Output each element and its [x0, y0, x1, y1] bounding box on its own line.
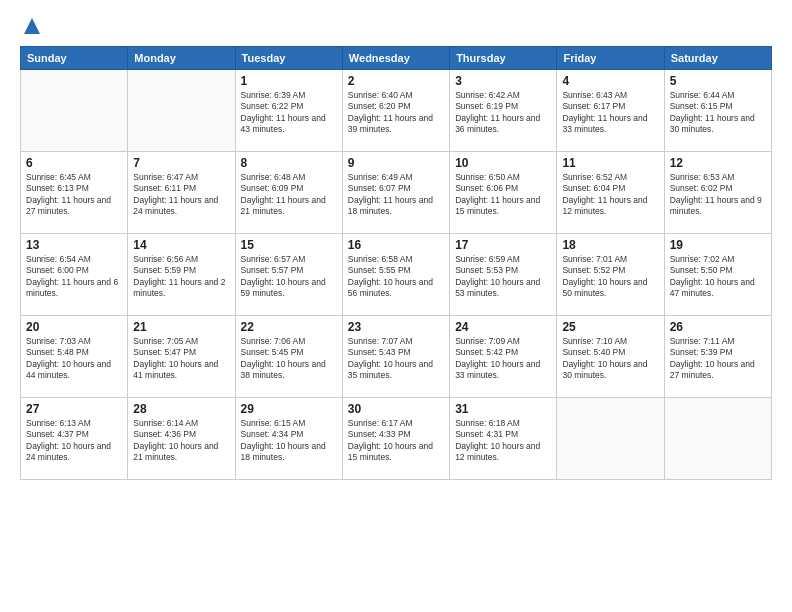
day-number: 16	[348, 238, 444, 252]
day-number: 23	[348, 320, 444, 334]
calendar-cell: 11Sunrise: 6:52 AMSunset: 6:04 PMDayligh…	[557, 152, 664, 234]
day-number: 22	[241, 320, 337, 334]
day-info: Sunrise: 7:03 AMSunset: 5:48 PMDaylight:…	[26, 336, 122, 382]
day-number: 7	[133, 156, 229, 170]
day-info: Sunrise: 6:58 AMSunset: 5:55 PMDaylight:…	[348, 254, 444, 300]
calendar-cell: 31Sunrise: 6:18 AMSunset: 4:31 PMDayligh…	[450, 398, 557, 480]
day-info: Sunrise: 6:13 AMSunset: 4:37 PMDaylight:…	[26, 418, 122, 464]
day-info: Sunrise: 7:02 AMSunset: 5:50 PMDaylight:…	[670, 254, 766, 300]
calendar-cell	[21, 70, 128, 152]
calendar-cell: 9Sunrise: 6:49 AMSunset: 6:07 PMDaylight…	[342, 152, 449, 234]
day-info: Sunrise: 7:10 AMSunset: 5:40 PMDaylight:…	[562, 336, 658, 382]
calendar-cell: 5Sunrise: 6:44 AMSunset: 6:15 PMDaylight…	[664, 70, 771, 152]
day-number: 3	[455, 74, 551, 88]
header	[20, 16, 772, 36]
day-number: 9	[348, 156, 444, 170]
day-info: Sunrise: 7:11 AMSunset: 5:39 PMDaylight:…	[670, 336, 766, 382]
calendar-body: 1Sunrise: 6:39 AMSunset: 6:22 PMDaylight…	[21, 70, 772, 480]
day-of-week-wednesday: Wednesday	[342, 47, 449, 70]
day-info: Sunrise: 7:05 AMSunset: 5:47 PMDaylight:…	[133, 336, 229, 382]
day-info: Sunrise: 6:42 AMSunset: 6:19 PMDaylight:…	[455, 90, 551, 136]
day-number: 10	[455, 156, 551, 170]
calendar-cell: 25Sunrise: 7:10 AMSunset: 5:40 PMDayligh…	[557, 316, 664, 398]
calendar-cell: 3Sunrise: 6:42 AMSunset: 6:19 PMDaylight…	[450, 70, 557, 152]
calendar-week-4: 20Sunrise: 7:03 AMSunset: 5:48 PMDayligh…	[21, 316, 772, 398]
calendar-cell: 4Sunrise: 6:43 AMSunset: 6:17 PMDaylight…	[557, 70, 664, 152]
day-info: Sunrise: 6:49 AMSunset: 6:07 PMDaylight:…	[348, 172, 444, 218]
calendar-cell: 12Sunrise: 6:53 AMSunset: 6:02 PMDayligh…	[664, 152, 771, 234]
day-info: Sunrise: 6:53 AMSunset: 6:02 PMDaylight:…	[670, 172, 766, 218]
calendar-cell: 21Sunrise: 7:05 AMSunset: 5:47 PMDayligh…	[128, 316, 235, 398]
page: SundayMondayTuesdayWednesdayThursdayFrid…	[0, 0, 792, 612]
calendar-cell: 28Sunrise: 6:14 AMSunset: 4:36 PMDayligh…	[128, 398, 235, 480]
calendar-cell: 2Sunrise: 6:40 AMSunset: 6:20 PMDaylight…	[342, 70, 449, 152]
calendar-cell: 13Sunrise: 6:54 AMSunset: 6:00 PMDayligh…	[21, 234, 128, 316]
day-number: 13	[26, 238, 122, 252]
calendar-cell: 19Sunrise: 7:02 AMSunset: 5:50 PMDayligh…	[664, 234, 771, 316]
calendar-week-5: 27Sunrise: 6:13 AMSunset: 4:37 PMDayligh…	[21, 398, 772, 480]
day-info: Sunrise: 6:40 AMSunset: 6:20 PMDaylight:…	[348, 90, 444, 136]
day-number: 8	[241, 156, 337, 170]
calendar-cell: 16Sunrise: 6:58 AMSunset: 5:55 PMDayligh…	[342, 234, 449, 316]
day-info: Sunrise: 6:48 AMSunset: 6:09 PMDaylight:…	[241, 172, 337, 218]
day-number: 27	[26, 402, 122, 416]
calendar-cell: 8Sunrise: 6:48 AMSunset: 6:09 PMDaylight…	[235, 152, 342, 234]
calendar-header: SundayMondayTuesdayWednesdayThursdayFrid…	[21, 47, 772, 70]
day-number: 25	[562, 320, 658, 334]
calendar-cell: 18Sunrise: 7:01 AMSunset: 5:52 PMDayligh…	[557, 234, 664, 316]
day-number: 4	[562, 74, 658, 88]
header-row: SundayMondayTuesdayWednesdayThursdayFrid…	[21, 47, 772, 70]
logo	[20, 16, 42, 36]
calendar-cell: 17Sunrise: 6:59 AMSunset: 5:53 PMDayligh…	[450, 234, 557, 316]
day-number: 2	[348, 74, 444, 88]
calendar-cell: 14Sunrise: 6:56 AMSunset: 5:59 PMDayligh…	[128, 234, 235, 316]
day-number: 18	[562, 238, 658, 252]
day-info: Sunrise: 6:45 AMSunset: 6:13 PMDaylight:…	[26, 172, 122, 218]
calendar-cell: 29Sunrise: 6:15 AMSunset: 4:34 PMDayligh…	[235, 398, 342, 480]
day-number: 15	[241, 238, 337, 252]
day-of-week-tuesday: Tuesday	[235, 47, 342, 70]
calendar-cell: 20Sunrise: 7:03 AMSunset: 5:48 PMDayligh…	[21, 316, 128, 398]
calendar-cell: 10Sunrise: 6:50 AMSunset: 6:06 PMDayligh…	[450, 152, 557, 234]
day-of-week-monday: Monday	[128, 47, 235, 70]
day-number: 21	[133, 320, 229, 334]
day-number: 1	[241, 74, 337, 88]
calendar-week-1: 1Sunrise: 6:39 AMSunset: 6:22 PMDaylight…	[21, 70, 772, 152]
day-info: Sunrise: 6:14 AMSunset: 4:36 PMDaylight:…	[133, 418, 229, 464]
day-info: Sunrise: 6:17 AMSunset: 4:33 PMDaylight:…	[348, 418, 444, 464]
calendar-cell: 27Sunrise: 6:13 AMSunset: 4:37 PMDayligh…	[21, 398, 128, 480]
day-info: Sunrise: 6:44 AMSunset: 6:15 PMDaylight:…	[670, 90, 766, 136]
calendar-cell: 30Sunrise: 6:17 AMSunset: 4:33 PMDayligh…	[342, 398, 449, 480]
day-number: 26	[670, 320, 766, 334]
day-info: Sunrise: 6:15 AMSunset: 4:34 PMDaylight:…	[241, 418, 337, 464]
day-number: 24	[455, 320, 551, 334]
day-of-week-saturday: Saturday	[664, 47, 771, 70]
day-number: 31	[455, 402, 551, 416]
day-info: Sunrise: 7:01 AMSunset: 5:52 PMDaylight:…	[562, 254, 658, 300]
day-number: 12	[670, 156, 766, 170]
day-info: Sunrise: 6:43 AMSunset: 6:17 PMDaylight:…	[562, 90, 658, 136]
day-of-week-friday: Friday	[557, 47, 664, 70]
calendar-cell: 7Sunrise: 6:47 AMSunset: 6:11 PMDaylight…	[128, 152, 235, 234]
day-info: Sunrise: 6:50 AMSunset: 6:06 PMDaylight:…	[455, 172, 551, 218]
day-info: Sunrise: 6:47 AMSunset: 6:11 PMDaylight:…	[133, 172, 229, 218]
calendar-cell: 22Sunrise: 7:06 AMSunset: 5:45 PMDayligh…	[235, 316, 342, 398]
day-info: Sunrise: 7:06 AMSunset: 5:45 PMDaylight:…	[241, 336, 337, 382]
calendar-cell	[664, 398, 771, 480]
day-of-week-thursday: Thursday	[450, 47, 557, 70]
day-info: Sunrise: 7:09 AMSunset: 5:42 PMDaylight:…	[455, 336, 551, 382]
calendar-cell: 15Sunrise: 6:57 AMSunset: 5:57 PMDayligh…	[235, 234, 342, 316]
day-number: 29	[241, 402, 337, 416]
day-number: 6	[26, 156, 122, 170]
day-info: Sunrise: 6:57 AMSunset: 5:57 PMDaylight:…	[241, 254, 337, 300]
day-number: 30	[348, 402, 444, 416]
calendar-cell: 24Sunrise: 7:09 AMSunset: 5:42 PMDayligh…	[450, 316, 557, 398]
calendar-cell: 23Sunrise: 7:07 AMSunset: 5:43 PMDayligh…	[342, 316, 449, 398]
calendar-cell	[128, 70, 235, 152]
calendar-cell: 1Sunrise: 6:39 AMSunset: 6:22 PMDaylight…	[235, 70, 342, 152]
day-info: Sunrise: 6:54 AMSunset: 6:00 PMDaylight:…	[26, 254, 122, 300]
day-number: 19	[670, 238, 766, 252]
calendar-cell	[557, 398, 664, 480]
day-info: Sunrise: 7:07 AMSunset: 5:43 PMDaylight:…	[348, 336, 444, 382]
day-number: 11	[562, 156, 658, 170]
